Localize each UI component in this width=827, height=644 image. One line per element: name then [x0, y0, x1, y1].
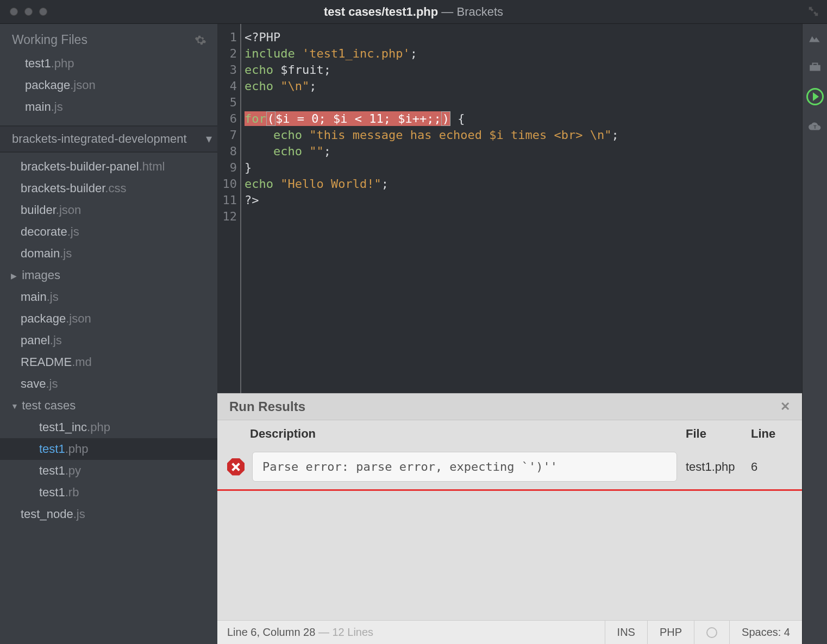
title-app: Brackets: [456, 5, 503, 18]
line-number: 5: [217, 94, 240, 111]
error-line: 6: [751, 460, 789, 474]
line-number: 12: [217, 209, 240, 225]
results-body: Parse error: parse error, expecting `')'…: [217, 446, 802, 491]
tree-folder[interactable]: ▼ test cases: [0, 395, 217, 416]
cloud-icon[interactable]: T: [808, 119, 822, 134]
working-file-item[interactable]: main.js: [0, 96, 217, 118]
code-line[interactable]: }: [245, 160, 802, 176]
insert-mode[interactable]: INS: [605, 621, 647, 644]
line-number: 8: [217, 143, 240, 160]
line-number: 1: [217, 29, 240, 46]
line-number: 7: [217, 127, 240, 143]
tree-file[interactable]: test1.rb: [0, 482, 217, 503]
error-description: Parse error: parse error, expecting `')'…: [252, 452, 677, 482]
total-lines: 12 Lines: [332, 626, 373, 638]
error-file: test1.php: [686, 460, 751, 474]
run-button[interactable]: [806, 88, 824, 105]
indent-mode[interactable]: Spaces: 4: [729, 621, 802, 644]
code-area[interactable]: <?PHPinclude 'test1_inc.php';echo $fruit…: [241, 24, 802, 393]
titlebar: test cases/test1.php — Brackets: [0, 0, 827, 24]
window-title: test cases/test1.php — Brackets: [324, 5, 503, 19]
line-number: 11: [217, 192, 240, 209]
code-line[interactable]: ?>: [245, 192, 802, 209]
code-line[interactable]: [245, 94, 802, 111]
tree-file[interactable]: brackets-builder-panel.html: [0, 156, 217, 178]
tree-file[interactable]: test_node.js: [0, 503, 217, 525]
working-file-item[interactable]: test1.php: [0, 53, 217, 74]
col-file: File: [686, 427, 751, 441]
tree-folder[interactable]: ▶ images: [0, 264, 217, 286]
tree-file[interactable]: domain.js: [0, 243, 217, 264]
line-number: 9: [217, 160, 240, 176]
live-preview-icon[interactable]: [808, 31, 822, 46]
col-line: Line: [751, 427, 789, 441]
working-files-list: test1.phppackage.jsonmain.js: [0, 53, 217, 125]
tree-file[interactable]: main.js: [0, 286, 217, 308]
run-results-title: Run Results: [229, 399, 305, 414]
code-line[interactable]: echo "";: [245, 143, 802, 160]
col-description: Description: [250, 427, 686, 441]
tree-file[interactable]: decorate.js: [0, 221, 217, 243]
status-sep: —: [315, 626, 332, 638]
file-tree: brackets-builder-panel.htmlbrackets-buil…: [0, 153, 217, 644]
window-close-button[interactable]: [10, 8, 18, 16]
code-line[interactable]: echo "this message has echoed $i times <…: [245, 127, 802, 143]
tree-file[interactable]: package.json: [0, 308, 217, 330]
play-icon: [813, 92, 819, 101]
tree-file[interactable]: brackets-builder.css: [0, 178, 217, 199]
right-toolbar: T: [802, 24, 827, 644]
code-line[interactable]: echo "\n";: [245, 78, 802, 94]
svg-text:T: T: [813, 124, 817, 130]
working-files-label: Working Files: [12, 33, 87, 47]
gear-icon[interactable]: [195, 34, 206, 46]
tree-file[interactable]: panel.js: [0, 330, 217, 351]
window-minimize-button[interactable]: [24, 8, 33, 16]
tree-file[interactable]: test1.py: [0, 460, 217, 482]
language-mode[interactable]: PHP: [647, 621, 694, 644]
code-line[interactable]: [245, 209, 802, 225]
line-gutter: 123456789101112: [217, 24, 241, 393]
line-number: 6: [217, 111, 240, 127]
tree-file[interactable]: test1.php: [0, 438, 217, 460]
cursor-position[interactable]: Line 6, Column 28: [227, 626, 315, 638]
code-line[interactable]: for($i = 0; $i < 11; $i++;;) {: [245, 111, 802, 127]
title-path: test cases/test1.php: [324, 5, 438, 18]
chevron-down-icon: ▾: [206, 132, 212, 146]
editor-column: 123456789101112 <?PHPinclude 'test1_inc.…: [217, 24, 802, 644]
statusbar: Line 6, Column 28 — 12 Lines INS PHP Spa…: [217, 620, 802, 644]
working-files-header: Working Files: [0, 24, 217, 53]
code-line[interactable]: echo $fruit;: [245, 62, 802, 78]
code-line[interactable]: <?PHP: [245, 29, 802, 46]
title-sep: —: [438, 5, 456, 18]
fullscreen-icon[interactable]: [807, 5, 819, 17]
error-icon: [227, 458, 245, 476]
working-file-item[interactable]: package.json: [0, 74, 217, 96]
tree-file[interactable]: save.js: [0, 373, 217, 395]
run-results-panel: Run Results ✕ Description File Line Pars…: [217, 393, 802, 620]
code-line[interactable]: include 'test1_inc.php';: [245, 46, 802, 62]
close-icon[interactable]: ✕: [780, 400, 790, 414]
tree-file[interactable]: test1_inc.php: [0, 416, 217, 438]
line-number: 2: [217, 46, 240, 62]
project-name: brackets-integrated-development: [12, 132, 204, 146]
extensions-icon[interactable]: [808, 60, 822, 74]
sidebar: Working Files test1.phppackage.jsonmain.…: [0, 24, 217, 644]
line-number: 3: [217, 62, 240, 78]
results-columns: Description File Line: [217, 420, 802, 446]
window-zoom-button[interactable]: [39, 8, 47, 16]
line-number: 10: [217, 176, 240, 192]
line-number: 4: [217, 78, 240, 94]
code-line[interactable]: echo "Hello World!";: [245, 176, 802, 192]
tree-file[interactable]: builder.json: [0, 199, 217, 221]
result-row[interactable]: Parse error: parse error, expecting `')'…: [217, 446, 802, 491]
editor[interactable]: 123456789101112 <?PHPinclude 'test1_inc.…: [217, 24, 802, 393]
tree-file[interactable]: README.md: [0, 351, 217, 373]
circle-icon: [706, 627, 717, 638]
project-header[interactable]: brackets-integrated-development ▾: [0, 125, 217, 153]
lint-status[interactable]: [694, 621, 729, 644]
